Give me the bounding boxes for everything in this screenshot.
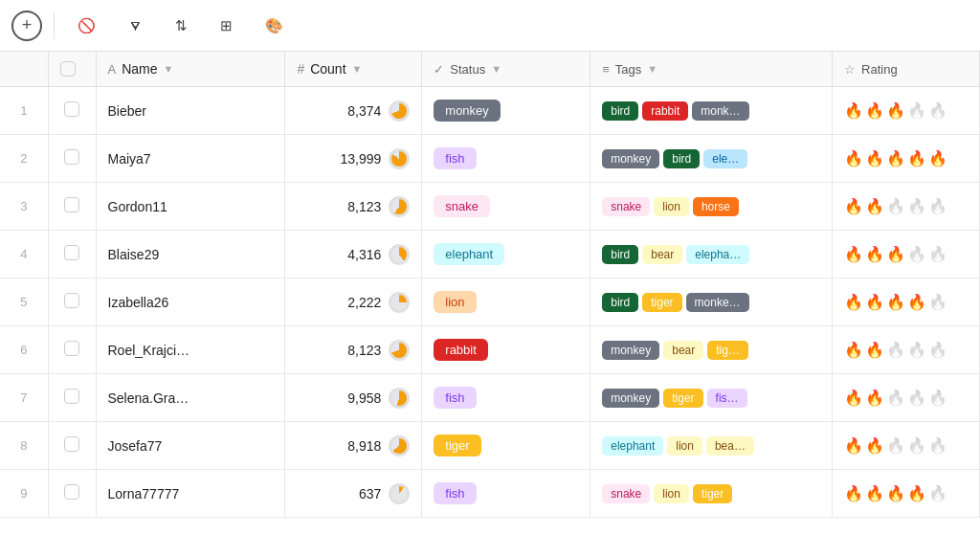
flame-1: 🔥	[844, 389, 863, 407]
flame-1: 🔥	[844, 293, 863, 311]
status-badge: elephant	[434, 243, 504, 265]
row-count: 8,123	[285, 326, 422, 374]
col-header-name[interactable]: A Name ▼	[96, 52, 285, 87]
count-value: 13,999	[340, 151, 381, 167]
hide-fields-button[interactable]: 🚫	[66, 11, 113, 40]
color-button[interactable]: 🎨	[254, 11, 301, 40]
row-count: 9,958	[285, 374, 422, 422]
flame-4: 🔥	[907, 389, 926, 407]
status-badge: rabbit	[434, 339, 488, 361]
row-checkbox[interactable]	[64, 389, 79, 404]
row-name: Bieber	[96, 87, 285, 135]
rating-cell: 🔥🔥🔥🔥🔥	[844, 389, 968, 407]
row-status: lion	[422, 278, 590, 326]
status-badge: monkey	[434, 100, 501, 122]
col-header-count[interactable]: # Count ▼	[285, 52, 422, 87]
select-all-checkbox[interactable]	[60, 61, 76, 77]
rating-cell: 🔥🔥🔥🔥🔥	[844, 245, 968, 263]
row-name: Lorna77777	[96, 470, 285, 518]
tag: bird	[663, 149, 700, 168]
color-icon: 🎨	[265, 17, 283, 34]
count-col-sort[interactable]: ▼	[352, 63, 363, 75]
row-num: 5	[0, 278, 48, 326]
status-col-sort[interactable]: ▼	[491, 63, 501, 75]
status-badge: snake	[434, 195, 490, 217]
row-name: Maiya7	[96, 135, 285, 183]
row-status: rabbit	[422, 326, 590, 374]
tags-cell: snakelionhorse	[602, 197, 820, 216]
donut-chart	[389, 244, 410, 265]
filter-button[interactable]: ⛛	[117, 11, 160, 39]
row-num: 4	[0, 231, 48, 278]
tags-cell: elephantlionbea…	[602, 436, 820, 456]
row-checkbox-cell[interactable]	[48, 183, 96, 231]
row-checkbox[interactable]	[64, 436, 79, 452]
flame-4: 🔥	[907, 484, 926, 502]
tags-cell: snakeliontiger	[602, 484, 820, 503]
row-checkbox[interactable]	[64, 341, 79, 356]
tag: snake	[602, 484, 650, 503]
row-checkbox[interactable]	[64, 245, 79, 260]
tag: bird	[602, 245, 638, 264]
row-checkbox[interactable]	[64, 101, 79, 117]
row-status: elephant	[422, 231, 590, 278]
row-checkbox[interactable]	[64, 197, 79, 212]
donut-chart	[389, 292, 410, 313]
col-header-checkbox[interactable]	[48, 52, 96, 87]
tag: elepha…	[686, 245, 749, 264]
flame-3: 🔥	[886, 389, 905, 407]
row-checkbox[interactable]	[64, 484, 79, 500]
row-rating: 🔥🔥🔥🔥🔥	[833, 231, 980, 278]
tags-cell: monkeytigerfis…	[602, 389, 820, 408]
row-name: Gordon11	[96, 183, 285, 231]
flame-3: 🔥	[886, 293, 905, 311]
row-name: Selena.Gra…	[96, 374, 285, 422]
add-record-button[interactable]: +	[11, 11, 42, 41]
tag: horse	[693, 197, 739, 216]
name-col-sort[interactable]: ▼	[164, 63, 174, 75]
row-tags: birdbearelepha…	[590, 231, 833, 278]
row-tags: elephantlionbea…	[590, 422, 833, 470]
row-checkbox-cell[interactable]	[48, 326, 96, 374]
flame-1: 🔥	[844, 149, 863, 167]
tag: monkey	[602, 341, 659, 360]
group-button[interactable]: ⊞	[209, 11, 250, 40]
col-header-status[interactable]: ✓ Status ▼	[422, 52, 590, 87]
flame-2: 🔥	[865, 341, 884, 359]
row-tags: monkeybirdele…	[590, 135, 833, 183]
row-checkbox-cell[interactable]	[48, 135, 96, 183]
row-checkbox[interactable]	[64, 149, 79, 165]
status-badge: tiger	[434, 434, 480, 457]
donut-chart	[389, 100, 410, 122]
row-name: Josefa77	[96, 422, 285, 470]
rating-col-icon: ☆	[844, 62, 856, 77]
count-value: 4,316	[347, 247, 381, 262]
table-container: A Name ▼ # Count ▼ ✓ Status	[0, 52, 980, 557]
toolbar: + 🚫 ⛛ ⇅ ⊞ 🎨	[0, 0, 980, 52]
flame-4: 🔥	[907, 436, 926, 455]
tag: monke…	[686, 293, 749, 312]
tag: fis…	[707, 389, 747, 408]
status-badge: lion	[434, 291, 476, 313]
row-count: 8,918	[285, 422, 422, 470]
col-header-rating[interactable]: ☆ Rating	[833, 52, 980, 87]
donut-chart	[389, 435, 410, 457]
rating-cell: 🔥🔥🔥🔥🔥	[844, 484, 968, 502]
row-checkbox[interactable]	[64, 293, 79, 308]
tag: bear	[663, 341, 703, 360]
row-checkbox-cell[interactable]	[48, 231, 96, 278]
col-header-tags[interactable]: ≡ Tags ▼	[590, 52, 833, 87]
donut-chart	[389, 340, 410, 361]
row-checkbox-cell[interactable]	[48, 374, 96, 422]
tag: bird	[602, 293, 638, 312]
row-rating: 🔥🔥🔥🔥🔥	[833, 374, 980, 422]
more-button[interactable]	[304, 20, 327, 32]
sort-button[interactable]: ⇅	[164, 11, 205, 40]
row-checkbox-cell[interactable]	[48, 87, 96, 135]
tags-col-sort[interactable]: ▼	[647, 63, 657, 75]
count-col-label: Count	[310, 61, 345, 77]
tags-col-label: Tags	[615, 62, 641, 77]
row-checkbox-cell[interactable]	[48, 278, 96, 326]
row-checkbox-cell[interactable]	[48, 470, 96, 518]
row-checkbox-cell[interactable]	[48, 422, 96, 470]
